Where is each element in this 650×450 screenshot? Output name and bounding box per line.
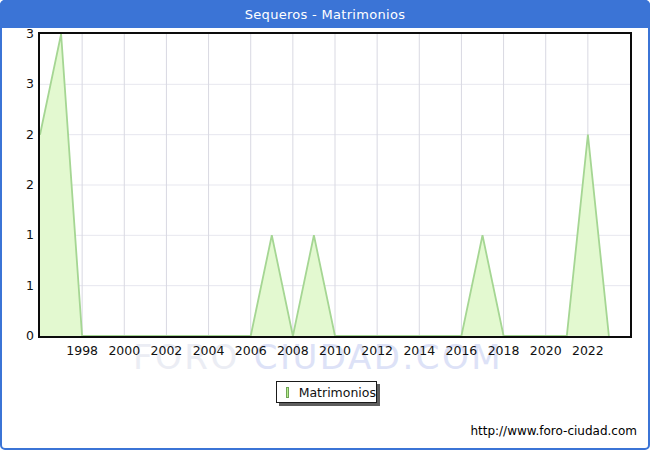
chart-title: Sequeros - Matrimonios: [245, 7, 406, 22]
x-tick-label: 2004: [187, 343, 231, 358]
x-tick-label: 2012: [355, 343, 399, 358]
x-tick-label: 2022: [566, 343, 610, 358]
legend-swatch: [286, 387, 289, 398]
chart-window: Sequeros - Matrimonios 3322110 199820002…: [0, 0, 650, 450]
chart-title-bar: Sequeros - Matrimonios: [0, 0, 650, 28]
x-tick-label: 2000: [102, 343, 146, 358]
y-tick-label: 3: [8, 26, 34, 41]
x-tick-label: 2002: [144, 343, 188, 358]
x-tick-label: 2018: [482, 343, 526, 358]
y-tick-label: 2: [8, 127, 34, 142]
x-tick-label: 2008: [271, 343, 315, 358]
legend: Matrimonios: [276, 381, 377, 403]
x-tick-label: 2020: [524, 343, 568, 358]
y-tick-label: 3: [8, 76, 34, 91]
x-tick-label: 1998: [60, 343, 104, 358]
plot-area: [38, 32, 632, 338]
x-tick-label: 2006: [229, 343, 273, 358]
y-tick-label: 1: [8, 278, 34, 293]
legend-label: Matrimonios: [299, 385, 376, 400]
x-tick-label: 2010: [313, 343, 357, 358]
y-tick-label: 2: [8, 177, 34, 192]
area-chart-svg: [40, 34, 630, 336]
source-url: http://www.foro-ciudad.com: [470, 424, 637, 438]
x-tick-label: 2016: [439, 343, 483, 358]
y-tick-label: 1: [8, 227, 34, 242]
x-tick-label: 2014: [397, 343, 441, 358]
y-tick-label: 0: [8, 328, 34, 343]
